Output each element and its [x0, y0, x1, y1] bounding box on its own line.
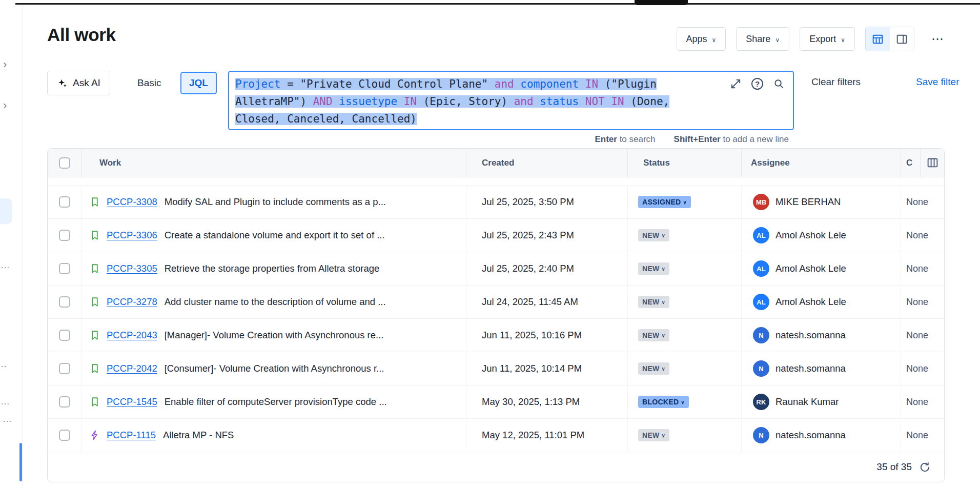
- save-filter-button[interactable]: Save filter: [916, 76, 959, 88]
- mode-jql-button[interactable]: JQL: [180, 72, 217, 94]
- status-badge[interactable]: NEW∨: [638, 262, 669, 275]
- toolbar: Apps ∨ Share ∨ Export ∨: [677, 27, 951, 51]
- sidebar-active-item[interactable]: [0, 198, 12, 224]
- issue-key-link[interactable]: PCCP-3306: [107, 230, 157, 241]
- select-all-checkbox[interactable]: [59, 157, 70, 169]
- row-checkbox[interactable]: [59, 196, 70, 208]
- table-row[interactable]: PCCP-3278Add cluster name to the descrip…: [48, 286, 944, 319]
- assignee-cell: Nnatesh.somanna: [742, 352, 901, 385]
- sparkle-icon: [57, 78, 68, 89]
- story-icon: [89, 296, 100, 308]
- assignee-name: natesh.somanna: [775, 430, 846, 441]
- expand-icon[interactable]: [730, 78, 742, 90]
- table-row[interactable]: PCCP-1545Enable filter of computeServer …: [48, 385, 944, 419]
- split-view-icon: [895, 33, 908, 46]
- issue-key-link[interactable]: PCCP-1115: [107, 430, 156, 441]
- table-row[interactable]: PCCP-3308Modify SAL and Plugin to includ…: [48, 186, 944, 219]
- issue-key-link[interactable]: PCCP-3308: [107, 196, 157, 208]
- category-cell: None: [901, 252, 944, 285]
- row-checkbox[interactable]: [59, 296, 70, 308]
- hint-shift-text: to add a new line: [721, 134, 789, 144]
- column-header-category-label[interactable]: C: [906, 158, 912, 168]
- export-label: Export: [809, 34, 836, 45]
- issue-key-link[interactable]: PCCP-3278: [107, 296, 157, 308]
- jql-editor[interactable]: Project = "Private Cloud Control Plane" …: [229, 72, 793, 129]
- row-checkbox-cell: [48, 286, 82, 318]
- chevron-right-icon[interactable]: ›: [3, 100, 7, 111]
- table-row[interactable]: PCCP-3306Create a standalone volume and …: [48, 219, 944, 252]
- assignee-name: Raunak Kumar: [775, 396, 839, 408]
- status-badge[interactable]: ASSIGNED∨: [638, 196, 691, 208]
- detail-view-button[interactable]: [890, 27, 914, 51]
- row-checkbox[interactable]: [59, 363, 70, 374]
- jql-search-box[interactable]: Project = "Private Cloud Control Plane" …: [228, 71, 794, 130]
- row-checkbox[interactable]: [59, 430, 70, 441]
- list-view-button[interactable]: [866, 27, 890, 51]
- status-badge[interactable]: BLOCKED∨: [638, 396, 689, 408]
- story-icon: [89, 263, 100, 274]
- column-header-status[interactable]: Status: [628, 149, 742, 177]
- issue-summary: Retrieve the storage properties from All…: [165, 263, 380, 274]
- columns-settings-icon[interactable]: [920, 149, 944, 177]
- status-badge[interactable]: NEW∨: [638, 362, 669, 375]
- chevron-down-icon: ∨: [662, 267, 666, 272]
- apps-button[interactable]: Apps ∨: [677, 27, 726, 51]
- issue-summary: [Consumer]- Volume Creation with Asynchr…: [165, 363, 384, 374]
- row-checkbox[interactable]: [59, 396, 70, 408]
- assignee-cell: ALAmol Ashok Lele: [742, 252, 901, 285]
- chevron-right-icon[interactable]: ›: [3, 59, 7, 70]
- column-header-created[interactable]: Created: [466, 149, 628, 177]
- sidebar-item-overflow: …: [1, 396, 10, 407]
- ask-ai-button[interactable]: Ask AI: [47, 71, 110, 95]
- issue-key-link[interactable]: PCCP-2043: [107, 330, 157, 341]
- refresh-icon[interactable]: [919, 461, 931, 473]
- assignee-name: MIKE BERHAN: [775, 196, 841, 208]
- status-badge[interactable]: NEW∨: [638, 329, 669, 341]
- header-checkbox-cell: [48, 149, 82, 177]
- status-cell: NEW∨: [628, 352, 742, 385]
- row-checkbox[interactable]: [59, 263, 70, 274]
- status-label: NEW: [642, 332, 660, 339]
- issue-key-link[interactable]: PCCP-3305: [107, 263, 157, 274]
- work-cell: PCCP-2043[Manager]- Volume Creation with…: [82, 319, 466, 352]
- issue-summary: [Manager]- Volume Creation with Asynchro…: [165, 330, 384, 341]
- row-checkbox[interactable]: [59, 330, 70, 341]
- more-actions-button[interactable]: ⋯: [925, 27, 950, 51]
- status-label: BLOCKED: [642, 398, 679, 405]
- issue-key-link[interactable]: PCCP-1545: [107, 396, 157, 408]
- row-checkbox-cell: [48, 385, 82, 418]
- status-label: NEW: [642, 232, 660, 239]
- issue-key-link[interactable]: PCCP-2042: [107, 363, 157, 374]
- column-header-assignee[interactable]: Assignee: [742, 149, 901, 177]
- table-row[interactable]: PCCP-2042[Consumer]- Volume Creation wit…: [48, 352, 944, 385]
- row-checkbox-cell: [48, 319, 82, 352]
- status-label: NEW: [642, 298, 660, 306]
- row-checkbox[interactable]: [59, 230, 70, 241]
- jql-token: (Done,: [624, 95, 670, 108]
- sidebar-item-overflow: ‥: [1, 358, 7, 370]
- status-cell: NEW∨: [628, 219, 742, 252]
- story-icon: [89, 330, 100, 341]
- assignee-cell: Nnatesh.somanna: [742, 419, 901, 452]
- story-icon: [89, 363, 100, 374]
- table-row[interactable]: PCCP-2043[Manager]- Volume Creation with…: [48, 319, 944, 352]
- status-badge[interactable]: NEW∨: [638, 429, 669, 441]
- status-badge[interactable]: NEW∨: [638, 229, 669, 241]
- table-row[interactable]: PCCP-3305Retrieve the storage properties…: [48, 252, 944, 286]
- category-cell: None: [901, 219, 944, 252]
- jql-token: (Epic, Story): [417, 95, 514, 108]
- column-header-work[interactable]: Work: [82, 149, 466, 177]
- chevron-down-icon: ∨: [775, 36, 780, 44]
- table-header-row: Work Created Status Assignee C: [48, 149, 944, 177]
- chevron-down-icon: ∨: [681, 400, 685, 405]
- status-badge[interactable]: NEW∨: [638, 296, 669, 308]
- jql-line: Closed, Canceled, Cancelled): [235, 110, 716, 128]
- help-icon[interactable]: ?: [751, 78, 763, 90]
- export-button[interactable]: Export ∨: [800, 27, 855, 51]
- table-row[interactable]: PCCP-1115Alletra MP - NFSMay 12, 2025, 1…: [48, 419, 944, 452]
- clear-filters-button[interactable]: Clear filters: [811, 76, 861, 88]
- search-icon[interactable]: [773, 78, 785, 90]
- mode-basic-button[interactable]: Basic: [129, 71, 169, 95]
- work-cell: PCCP-3308Modify SAL and Plugin to includ…: [82, 186, 466, 218]
- share-button[interactable]: Share ∨: [736, 27, 789, 51]
